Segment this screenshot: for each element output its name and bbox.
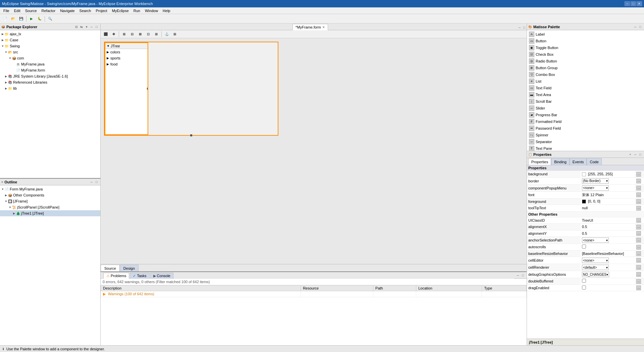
palette-item-spinner[interactable]: ↑↓ Spinner: [527, 132, 644, 138]
design-tab[interactable]: Design: [120, 265, 139, 271]
menu-item-source[interactable]: Source: [23, 8, 39, 13]
debuggraphics-dropdown[interactable]: NO_CHANGES ▾: [582, 272, 609, 277]
problems-tab[interactable]: ⚠ Problems: [103, 273, 129, 279]
open-button[interactable]: 📂: [9, 15, 17, 23]
tree-item-reflibrary[interactable]: ▶ 📚 Referenced Libraries: [0, 79, 100, 85]
view-menu-button[interactable]: ▾: [84, 25, 89, 29]
cellrenderer-dropdown[interactable]: <default> ▾: [582, 265, 609, 270]
prop-edit-font[interactable]: …: [635, 191, 644, 198]
outline-jtree-item[interactable]: ▶ 🌲 jTree1 [JTree]: [0, 210, 100, 216]
palette-item-textpane[interactable]: T Text Pane: [527, 145, 644, 151]
palette-item-label[interactable]: A Label: [527, 31, 644, 38]
palette-maximize-button[interactable]: □: [638, 25, 643, 29]
palette-item-slider[interactable]: ─ Slider: [527, 105, 644, 112]
outline-maximize-button[interactable]: □: [94, 180, 99, 184]
outline-jframe-item[interactable]: ▼ 🔲 [JFrame]: [0, 198, 100, 204]
grid-button[interactable]: ⊞: [171, 31, 178, 38]
palette-item-passwordfield[interactable]: •• Password Field: [527, 125, 644, 132]
editor-maximize-button[interactable]: □: [522, 25, 527, 30]
tree-item-jre[interactable]: ▶ 📚 JRE System Library [JavaSE-1.6]: [0, 73, 100, 79]
close-button[interactable]: ✕: [637, 1, 642, 6]
popup-dropdown[interactable]: <none> ▾: [582, 185, 609, 191]
palette-item-combobox[interactable]: ▽ Combo Box: [527, 71, 644, 78]
tab-code[interactable]: Code: [587, 158, 601, 165]
palette-item-checkbox[interactable]: ☑ Check Box: [527, 51, 644, 58]
tasks-tab[interactable]: ✓ Tasks: [130, 273, 149, 279]
outline-scrollpane-item[interactable]: ▼ 📜 jScrollPanel [JScrollPane]: [0, 204, 100, 210]
source-tab[interactable]: Source: [101, 265, 120, 271]
table-row[interactable]: ▶ Warnings (100 of 642 items): [101, 291, 527, 297]
save-button[interactable]: 💾: [17, 15, 25, 23]
jtree-food[interactable]: ▶ food: [105, 61, 148, 67]
palette-item-separator[interactable]: ─ Separator: [527, 138, 644, 145]
prop-edit-border[interactable]: …: [635, 177, 644, 184]
tab-events[interactable]: Events: [570, 158, 587, 165]
menu-item-run[interactable]: Run: [131, 8, 142, 13]
props-minimize-button[interactable]: ─: [633, 152, 638, 157]
palette-item-textarea[interactable]: ▬ Text Area: [527, 91, 644, 98]
menu-item-myeclipse[interactable]: MyEclipse: [110, 8, 131, 13]
tree-item-ajax[interactable]: ▶ 📁 ajax_lx: [0, 31, 100, 37]
resize-handle-h[interactable]: [190, 134, 192, 136]
new-button[interactable]: 📄: [1, 15, 9, 23]
celleditor-dropdown[interactable]: <none> ▾: [582, 258, 609, 263]
props-maximize-button[interactable]: □: [638, 152, 643, 157]
prop-edit-popup[interactable]: …: [635, 184, 644, 191]
collapse-all-button[interactable]: ⊟: [74, 25, 79, 29]
align-left-button[interactable]: ⊞: [120, 31, 128, 38]
menu-item-file[interactable]: File: [1, 8, 11, 13]
dragenabled-checkbox[interactable]: [582, 285, 586, 290]
prop-edit-foreground[interactable]: …: [635, 198, 644, 205]
tree-item-swing[interactable]: ▼ 📁 Swing: [0, 43, 100, 49]
tree-item-myframe-java[interactable]: ▶ ☕ MyFrame.java: [0, 61, 100, 67]
debug-button[interactable]: 🐛: [36, 15, 43, 23]
doublebuffered-checkbox[interactable]: [582, 279, 586, 283]
palette-item-button[interactable]: ▭ Button: [527, 38, 644, 44]
align-center-button[interactable]: ⊟: [128, 31, 136, 38]
palette-item-textfield[interactable]: ▭ Text Field: [527, 85, 644, 91]
minimize-button[interactable]: ─: [625, 1, 630, 6]
autoscrolls-checkbox[interactable]: [582, 245, 586, 249]
resize-handle-v[interactable]: [147, 88, 148, 90]
prop-edit-background[interactable]: …: [635, 171, 644, 178]
menu-item-navigate[interactable]: Navigate: [58, 8, 76, 13]
menu-item-window[interactable]: Window: [143, 8, 160, 13]
palette-item-radiobutton[interactable]: ◎ Radio Button: [527, 58, 644, 64]
minimize-panel-button[interactable]: ─: [89, 25, 94, 29]
maximize-panel-button[interactable]: □: [94, 25, 99, 29]
align-right-button[interactable]: ⊠: [137, 31, 144, 38]
jtree-colors[interactable]: ▶ colors: [105, 49, 148, 55]
prop-edit-tooltip[interactable]: …: [635, 205, 644, 212]
palette-item-progressbar[interactable]: ▰ Progress Bar: [527, 112, 644, 118]
align-bottom-button[interactable]: ⊞: [153, 31, 160, 38]
props-add-button[interactable]: +: [628, 152, 633, 157]
align-top-button[interactable]: ⊡: [145, 31, 152, 38]
anchor-dropdown[interactable]: <none> ▾: [582, 237, 609, 243]
outline-other-item[interactable]: ▶ 📦 Other Components: [0, 192, 100, 198]
palette-minimize-button[interactable]: ─: [633, 25, 638, 29]
console-tab[interactable]: ▶ Console: [150, 273, 173, 279]
bottom-minimize-button[interactable]: ─: [516, 273, 520, 278]
bottom-maximize-button[interactable]: □: [521, 273, 525, 278]
tree-item-myframe-form[interactable]: ▶ 📄 MyFrame.form: [0, 67, 100, 73]
menu-item-project[interactable]: Project: [94, 8, 109, 13]
menu-item-refactor[interactable]: Refactor: [40, 8, 58, 13]
tree-item-com[interactable]: ▼ 📦 com: [0, 55, 100, 61]
menu-item-edit[interactable]: Edit: [12, 8, 22, 13]
menu-item-search[interactable]: Search: [77, 8, 93, 13]
form-select-button[interactable]: ⬛: [102, 31, 109, 38]
editor-tab-myframe[interactable]: *MyFrame.form ✕: [292, 24, 328, 30]
outline-form-item[interactable]: ▼ 📄 Form MyFrame.java: [0, 186, 100, 192]
palette-item-list[interactable]: ≡ List: [527, 78, 644, 85]
anchor-button[interactable]: ⚓: [163, 31, 170, 38]
run-button[interactable]: ▶: [28, 15, 35, 23]
tree-item-case[interactable]: ▶ 📁 Case: [0, 37, 100, 43]
tab-properties[interactable]: Properties: [528, 158, 551, 165]
maximize-button[interactable]: □: [631, 1, 636, 6]
palette-item-togglebutton[interactable]: ◉ Toggle Button: [527, 44, 644, 51]
palette-item-buttongroup[interactable]: ⊕ Button Group: [527, 64, 644, 71]
palette-item-formattedfield[interactable]: F Formatted Field: [527, 118, 644, 125]
palette-item-scrollbar[interactable]: ↕ Scroll Bar: [527, 98, 644, 105]
tab-binding[interactable]: Binding: [551, 158, 570, 165]
form-move-button[interactable]: ✥: [110, 31, 117, 38]
